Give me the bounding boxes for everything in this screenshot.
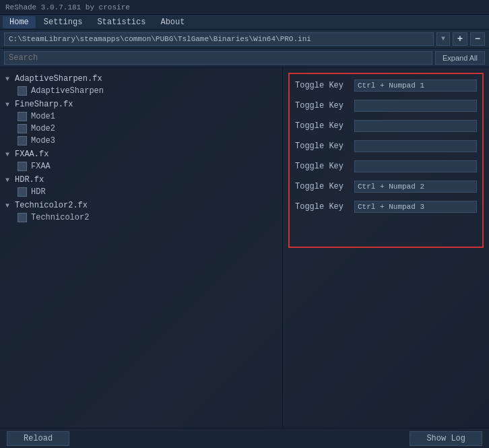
shader-group-adaptive-sharpen: ▼ AdaptiveSharpen.fx AdaptiveSharpen — [3, 73, 280, 97]
shader-item-label-mode2: Mode2 — [31, 124, 55, 133]
shader-group-header-fxaa[interactable]: ▼ FXAA.fx — [3, 148, 280, 160]
toggle-row-2: Toggle Key — [295, 100, 477, 112]
toggle-label-6: Toggle Key — [295, 182, 349, 191]
shader-group-technicolor2: ▼ Technicolor2.fx Technicolor2 — [3, 199, 280, 224]
toggle-input-7[interactable] — [354, 201, 477, 213]
shader-item-label-mode1: Mode1 — [31, 112, 55, 121]
shader-group-header-fine-sharp[interactable]: ▼ FineSharp.fx — [3, 98, 280, 110]
shader-panel: ▼ AdaptiveSharpen.fx AdaptiveSharpen ▼ F… — [0, 67, 283, 428]
toggle-row-4: Toggle Key — [295, 140, 477, 152]
toggle-label-2: Toggle Key — [295, 101, 349, 110]
toggle-row-1: Toggle Key — [295, 79, 477, 92]
toggle-panel-border: Toggle Key Toggle Key Toggle Key Toggle … — [288, 73, 484, 248]
expand-triangle-fine-sharp: ▼ — [5, 101, 12, 108]
expand-triangle-technicolor2: ▼ — [5, 202, 12, 210]
shader-item-mode1[interactable]: Mode1 — [3, 110, 280, 123]
toggle-row-5: Toggle Key — [295, 160, 477, 172]
add-config-button[interactable]: + — [453, 32, 467, 46]
checkbox-technicolor2[interactable] — [18, 213, 27, 222]
shader-group-header-adaptive-sharpen[interactable]: ▼ AdaptiveSharpen.fx — [3, 73, 280, 85]
search-bar: Expand All — [0, 49, 489, 67]
menu-item-settings[interactable]: Settings — [37, 16, 90, 28]
main-content: ▼ AdaptiveSharpen.fx AdaptiveSharpen ▼ F… — [0, 67, 489, 428]
shader-group-header-hdr[interactable]: ▼ HDR.fx — [3, 174, 280, 186]
toggle-label-1: Toggle Key — [295, 81, 349, 90]
checkbox-hdr[interactable] — [18, 187, 27, 197]
show-log-button[interactable]: Show Log — [410, 431, 482, 446]
toggle-row-6: Toggle Key — [295, 181, 477, 193]
toggle-row-7: Toggle Key — [295, 201, 477, 213]
shader-group-name-fine-sharp: FineSharp.fx — [15, 100, 73, 109]
menu-item-about[interactable]: About — [154, 16, 191, 28]
toggle-label-5: Toggle Key — [295, 162, 349, 171]
shader-item-mode3[interactable]: Mode3 — [3, 135, 280, 147]
path-input[interactable] — [4, 32, 434, 46]
bottom-bar: Reload Show Log — [0, 428, 489, 448]
shader-item-adaptive-sharpen[interactable]: AdaptiveSharpen — [3, 85, 280, 97]
shader-item-label-adaptive-sharpen: AdaptiveSharpen — [31, 86, 104, 96]
toggle-input-1[interactable] — [354, 79, 477, 92]
checkbox-mode1[interactable] — [18, 112, 27, 121]
expand-triangle-adaptive-sharpen: ▼ — [5, 75, 12, 83]
shader-item-mode2[interactable]: Mode2 — [3, 123, 280, 135]
shader-group-header-technicolor2[interactable]: ▼ Technicolor2.fx — [3, 199, 280, 212]
shader-item-label-fxaa: FXAA — [31, 162, 51, 171]
shader-group-name-technicolor2: Technicolor2.fx — [15, 201, 88, 210]
shader-group-hdr: ▼ HDR.fx HDR — [3, 174, 280, 198]
checkbox-mode2[interactable] — [18, 124, 27, 133]
shader-item-fxaa[interactable]: FXAA — [3, 160, 280, 172]
toggle-input-4[interactable] — [354, 140, 477, 152]
title-bar: ReShade 3.0.7.181 by crosire — [0, 0, 489, 15]
expand-all-button[interactable]: Expand All — [435, 51, 485, 65]
app-window: ReShade 3.0.7.181 by crosire Home Settin… — [0, 0, 489, 448]
shader-group-name-adaptive-sharpen: AdaptiveSharpen.fx — [15, 74, 102, 84]
checkbox-mode3[interactable] — [18, 136, 27, 146]
toggle-input-2[interactable] — [354, 100, 477, 112]
remove-config-button[interactable]: − — [470, 32, 485, 46]
shader-group-name-fxaa: FXAA.fx — [15, 150, 48, 159]
checkbox-adaptive-sharpen[interactable] — [18, 86, 27, 96]
search-input[interactable] — [4, 51, 432, 65]
expand-triangle-fxaa: ▼ — [5, 151, 12, 158]
chevron-down-icon: ▼ — [441, 35, 445, 42]
title-text: ReShade 3.0.7.181 by crosire — [5, 3, 130, 11]
shader-item-technicolor2[interactable]: Technicolor2 — [3, 212, 280, 224]
shader-group-fxaa: ▼ FXAA.fx FXAA — [3, 148, 280, 172]
path-bar: ▼ + − — [0, 30, 489, 49]
shader-group-name-hdr: HDR.fx — [15, 175, 44, 185]
toggle-row-3: Toggle Key — [295, 120, 477, 132]
shader-item-label-technicolor2: Technicolor2 — [31, 213, 89, 222]
menu-item-statistics[interactable]: Statistics — [90, 16, 152, 28]
toggle-label-4: Toggle Key — [295, 141, 349, 151]
shader-item-label-mode3: Mode3 — [31, 136, 55, 146]
shader-group-fine-sharp: ▼ FineSharp.fx Mode1 Mode2 Mode3 — [3, 98, 280, 147]
checkbox-fxaa[interactable] — [18, 162, 27, 171]
toggle-label-7: Toggle Key — [295, 202, 349, 212]
toggle-input-5[interactable] — [354, 160, 477, 172]
path-dropdown-button[interactable]: ▼ — [436, 32, 450, 46]
toggle-label-3: Toggle Key — [295, 121, 349, 131]
toggle-input-6[interactable] — [354, 181, 477, 193]
toggle-panel: Toggle Key Toggle Key Toggle Key Toggle … — [283, 67, 489, 428]
toggle-input-3[interactable] — [354, 120, 477, 132]
expand-triangle-hdr: ▼ — [5, 177, 12, 184]
menu-item-home[interactable]: Home — [3, 16, 36, 28]
shader-item-hdr[interactable]: HDR — [3, 186, 280, 198]
reload-button[interactable]: Reload — [7, 431, 69, 446]
menu-bar: Home Settings Statistics About — [0, 15, 489, 30]
shader-item-label-hdr: HDR — [31, 187, 46, 197]
